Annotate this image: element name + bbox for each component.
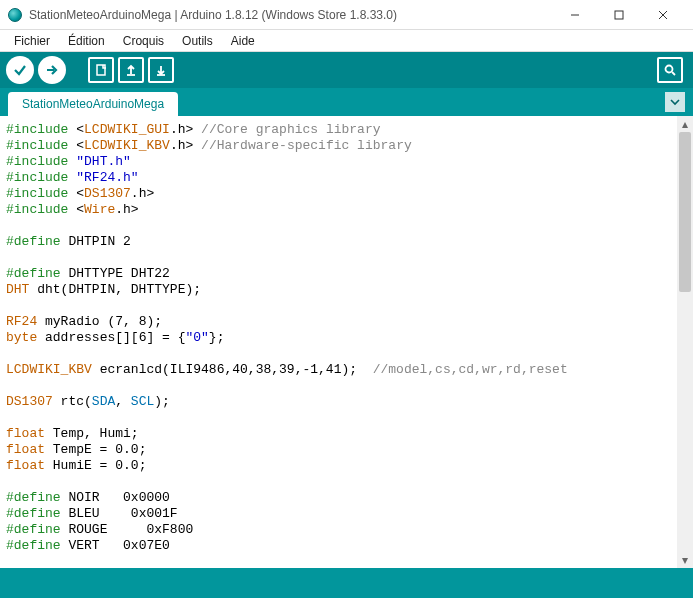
titlebar: StationMeteoArduinoMega | Arduino 1.8.12… xyxy=(0,0,693,30)
menu-sketch[interactable]: Croquis xyxy=(115,32,172,50)
serial-monitor-button[interactable] xyxy=(657,57,683,83)
kw-include: #include xyxy=(6,122,68,137)
tab-menu-button[interactable] xyxy=(665,92,685,112)
menu-help[interactable]: Aide xyxy=(223,32,263,50)
save-sketch-button[interactable] xyxy=(148,57,174,83)
menubar: Fichier Édition Croquis Outils Aide xyxy=(0,30,693,52)
upload-button[interactable] xyxy=(38,56,66,84)
window-controls xyxy=(553,1,685,29)
menu-tools[interactable]: Outils xyxy=(174,32,221,50)
maximize-button[interactable] xyxy=(597,1,641,29)
tab-bar: StationMeteoArduinoMega xyxy=(0,88,693,116)
new-sketch-button[interactable] xyxy=(88,57,114,83)
scroll-down-icon[interactable]: ▾ xyxy=(677,552,693,568)
editor-area: #include <LCDWIKI_GUI.h> //Core graphics… xyxy=(0,116,693,568)
svg-rect-1 xyxy=(615,11,623,19)
minimize-button[interactable] xyxy=(553,1,597,29)
svg-point-7 xyxy=(666,66,673,73)
open-sketch-button[interactable] xyxy=(118,57,144,83)
toolbar xyxy=(0,52,693,88)
editor-scrollbar[interactable]: ▴ ▾ xyxy=(677,116,693,568)
svg-line-8 xyxy=(672,72,675,75)
arduino-logo-icon xyxy=(8,8,22,22)
verify-button[interactable] xyxy=(6,56,34,84)
scroll-up-icon[interactable]: ▴ xyxy=(677,116,693,132)
tab-sketch[interactable]: StationMeteoArduinoMega xyxy=(8,92,178,116)
close-button[interactable] xyxy=(641,1,685,29)
status-bar xyxy=(0,568,693,598)
scroll-thumb[interactable] xyxy=(679,132,691,292)
menu-edit[interactable]: Édition xyxy=(60,32,113,50)
code-editor[interactable]: #include <LCDWIKI_GUI.h> //Core graphics… xyxy=(0,116,693,568)
window-title: StationMeteoArduinoMega | Arduino 1.8.12… xyxy=(29,8,553,22)
menu-file[interactable]: Fichier xyxy=(6,32,58,50)
svg-rect-4 xyxy=(97,65,105,75)
